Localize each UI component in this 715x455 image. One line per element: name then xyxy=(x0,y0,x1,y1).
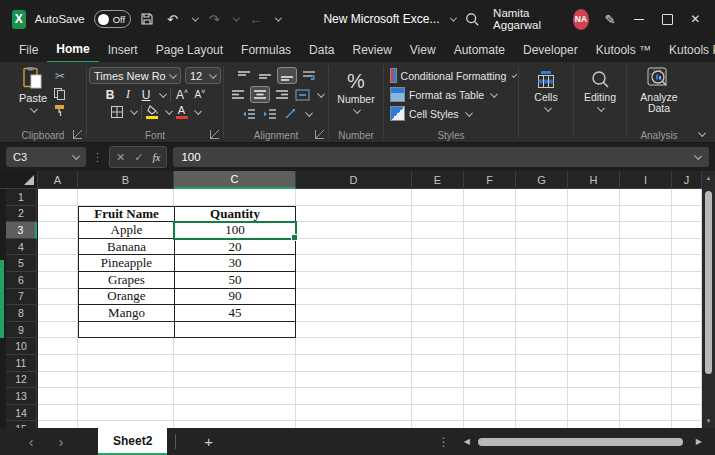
sheet-tab-sheet2[interactable]: Sheet2 xyxy=(98,428,167,455)
grid-cell[interactable] xyxy=(78,355,174,372)
align-left-icon[interactable] xyxy=(229,87,247,102)
grid-cell[interactable] xyxy=(516,189,568,206)
row-header-13[interactable]: 13 xyxy=(6,388,37,405)
row-header-7[interactable]: 7 xyxy=(6,289,37,306)
align-middle-icon[interactable] xyxy=(256,68,274,83)
row-header-11[interactable]: 11 xyxy=(6,355,37,372)
scroll-left-icon[interactable]: ◀ xyxy=(464,437,470,446)
document-title[interactable]: New Microsoft Exce... xyxy=(323,12,439,26)
alignment-dialog-launcher-icon[interactable] xyxy=(315,130,324,139)
grid-cell[interactable] xyxy=(464,255,516,272)
grid-cell[interactable] xyxy=(620,405,672,422)
quick-access-chevron-icon[interactable] xyxy=(275,15,282,22)
bold-button[interactable]: B xyxy=(103,88,117,102)
increase-indent-icon[interactable] xyxy=(261,106,279,121)
wrap-text-icon[interactable] xyxy=(300,68,318,83)
tab-view[interactable]: View xyxy=(401,38,445,62)
scroll-right-icon[interactable]: ▶ xyxy=(696,437,702,446)
table-cell[interactable]: 45 xyxy=(174,305,296,322)
tab-kutools-[interactable]: Kutools ™ xyxy=(587,38,660,62)
tab-page-layout[interactable]: Page Layout xyxy=(147,38,232,62)
scroll-up-icon[interactable]: ▲ xyxy=(702,171,715,185)
font-size-combo[interactable]: 12 xyxy=(185,67,221,84)
add-sheet-button[interactable]: + xyxy=(204,433,213,450)
grid-cell[interactable] xyxy=(464,338,516,355)
expand-formula-bar-chevron-icon[interactable] xyxy=(694,152,702,160)
grid-cell[interactable] xyxy=(464,189,516,206)
grid-cell[interactable] xyxy=(620,189,672,206)
borders-chevron-icon[interactable] xyxy=(130,107,138,115)
cells-area[interactable]: Fruit NameQuantityApple100Banana20Pineap… xyxy=(38,189,702,428)
table-cell[interactable]: Grapes xyxy=(78,272,174,289)
grid-cell[interactable] xyxy=(412,239,464,256)
increase-font-size-button[interactable]: A˄ xyxy=(175,88,189,102)
cut-icon[interactable]: ✂ xyxy=(53,69,67,83)
grid-cell[interactable] xyxy=(620,338,672,355)
grid-cell[interactable] xyxy=(412,222,464,239)
number-format-button[interactable]: % Number xyxy=(337,71,374,115)
grid-cell[interactable] xyxy=(174,338,296,355)
grid-cell[interactable] xyxy=(38,338,78,355)
grid-cell[interactable] xyxy=(672,206,702,223)
styles-item-cell-styles[interactable]: Cell Styles xyxy=(386,104,516,123)
grid-cell[interactable] xyxy=(174,388,296,405)
grid-cell[interactable] xyxy=(620,322,672,339)
grid-cell[interactable] xyxy=(412,388,464,405)
align-bottom-icon[interactable] xyxy=(277,67,297,84)
grid-cell[interactable] xyxy=(38,388,78,405)
grid-cell[interactable] xyxy=(516,405,568,422)
grid-cell[interactable] xyxy=(516,355,568,372)
grid-cell[interactable] xyxy=(516,206,568,223)
row-header-15[interactable]: 15 xyxy=(6,421,37,428)
collapse-ribbon-chevron-icon[interactable] xyxy=(698,129,706,137)
vertical-scrollbar[interactable]: ▲ ▼ xyxy=(702,171,715,428)
row-header-12[interactable]: 12 xyxy=(6,372,37,389)
grid-cell[interactable] xyxy=(568,222,620,239)
grid-cell[interactable] xyxy=(620,206,672,223)
formula-bar-handle-icon[interactable]: ⋮ xyxy=(92,151,103,164)
grid-cell[interactable] xyxy=(412,206,464,223)
tab-kutools-plus[interactable]: Kutools Plus xyxy=(660,38,715,62)
grid-cell[interactable] xyxy=(464,305,516,322)
grid-cell[interactable] xyxy=(412,255,464,272)
grid-cell[interactable] xyxy=(620,239,672,256)
grid-cell[interactable] xyxy=(296,189,412,206)
minimize-button[interactable] xyxy=(631,19,646,20)
grid-cell[interactable] xyxy=(620,272,672,289)
grid-cell[interactable] xyxy=(38,222,78,239)
table-cell[interactable] xyxy=(174,322,296,339)
sheet-nav-right-icon[interactable]: › xyxy=(46,434,76,450)
grid-cell[interactable] xyxy=(296,388,412,405)
tab-home[interactable]: Home xyxy=(47,37,98,63)
grid-cell[interactable] xyxy=(464,388,516,405)
grid-cell[interactable] xyxy=(296,239,412,256)
horizontal-scrollbar[interactable]: ◀ ▶ xyxy=(464,437,702,447)
grid-cell[interactable] xyxy=(78,388,174,405)
table-cell[interactable]: 50 xyxy=(174,272,296,289)
grid-cell[interactable] xyxy=(672,421,702,428)
grid-cell[interactable] xyxy=(620,372,672,389)
scrollbar-handle-icon[interactable]: ⋮ xyxy=(438,435,450,449)
fill-color-chevron-icon[interactable] xyxy=(165,107,173,115)
pen-icon[interactable]: ✎ xyxy=(602,12,618,27)
grid-cell[interactable] xyxy=(174,372,296,389)
table-cell[interactable] xyxy=(78,322,174,339)
horizontal-scroll-track[interactable] xyxy=(474,437,692,447)
user-avatar[interactable]: NA xyxy=(573,9,589,30)
grid-cell[interactable] xyxy=(568,338,620,355)
cells-button[interactable]: Cells xyxy=(534,70,557,113)
row-header-4[interactable]: 4 xyxy=(6,239,37,256)
user-name[interactable]: Namita Aggarwal xyxy=(493,7,560,31)
column-header-F[interactable]: F xyxy=(464,171,516,189)
grid-cell[interactable] xyxy=(78,372,174,389)
grid-cell[interactable] xyxy=(516,372,568,389)
row-header-3[interactable]: 3 xyxy=(6,222,37,239)
grid-cell[interactable] xyxy=(38,405,78,422)
grid-cell[interactable] xyxy=(38,305,78,322)
table-cell[interactable]: Fruit Name xyxy=(78,206,174,223)
grid-cell[interactable] xyxy=(568,255,620,272)
table-cell[interactable]: 20 xyxy=(174,239,296,256)
grid-cell[interactable] xyxy=(38,272,78,289)
grid-cell[interactable] xyxy=(296,355,412,372)
autosave-toggle[interactable]: Off xyxy=(94,10,131,28)
